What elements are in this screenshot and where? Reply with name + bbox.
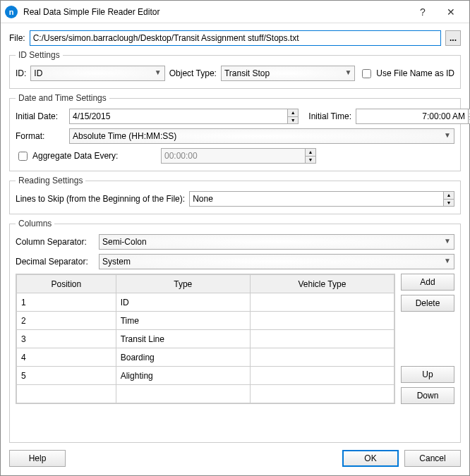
help-button[interactable]: Help	[9, 450, 66, 467]
cell-position[interactable]: 1	[17, 293, 116, 312]
object-type-select[interactable]: Transit Stop ▼	[221, 66, 355, 81]
aggregate-spinner: ▲▼	[305, 148, 316, 164]
cell-position[interactable]: 4	[17, 348, 116, 367]
cell-position[interactable]: 5	[17, 367, 116, 385]
chevron-down-icon: ▼	[444, 131, 451, 139]
use-filename-checkbox[interactable]: Use File Name as ID	[359, 67, 454, 80]
table-row[interactable]: 3 Transit Line	[17, 330, 394, 348]
close-icon[interactable]: ✕	[437, 1, 465, 23]
aggregate-input	[161, 148, 305, 164]
reading-legend: Reading Settings	[16, 176, 85, 185]
cell-position[interactable]: 2	[17, 312, 116, 330]
object-type-value: Transit Stop	[224, 68, 270, 78]
id-select-value: ID	[34, 68, 42, 78]
dialog-window: n Real Data Simple File Reader Editor ? …	[0, 0, 470, 476]
add-button[interactable]: Add	[401, 274, 454, 291]
initial-date-label: Initial Date:	[16, 111, 65, 121]
datetime-legend: Date and Time Settings	[16, 93, 109, 103]
cell-position[interactable]: 3	[17, 330, 116, 348]
decimal-separator-select[interactable]: System ▼	[99, 254, 454, 269]
date-spinner[interactable]: ▲▼	[287, 109, 299, 124]
table-row-empty[interactable]	[17, 385, 394, 403]
columns-legend: Columns	[16, 219, 54, 228]
chevron-down-icon: ▼	[444, 257, 451, 264]
table-row[interactable]: 2 Time	[17, 312, 394, 330]
cell-vehicle[interactable]	[250, 312, 394, 330]
format-select[interactable]: Absolute Time (HH:MM:SS) ▼	[69, 128, 454, 144]
cell-vehicle[interactable]	[250, 348, 394, 367]
id-select[interactable]: ID ▼	[30, 66, 164, 81]
decimal-separator-label: Decimal Separator:	[16, 257, 95, 267]
help-icon[interactable]: ?	[409, 1, 437, 23]
cell-vehicle[interactable]	[250, 293, 394, 312]
browse-button[interactable]: ...	[445, 30, 461, 46]
cell-vehicle[interactable]	[250, 330, 394, 348]
format-value: Absolute Time (HH:MM:SS)	[73, 131, 176, 141]
header-vehicle[interactable]: Vehicle Type	[250, 275, 394, 293]
decimal-separator-value: System	[102, 257, 131, 267]
table-row[interactable]: 4 Boarding	[17, 348, 394, 367]
datetime-settings-group: Date and Time Settings Initial Date: ▲▼ …	[9, 93, 461, 171]
initial-time-input[interactable]	[356, 109, 468, 124]
reading-settings-group: Reading Settings Lines to Skip (from the…	[9, 176, 461, 214]
columns-group: Columns Column Separator: Semi-Colon ▼ D…	[9, 219, 461, 443]
use-filename-label: Use File Name as ID	[376, 68, 454, 78]
lines-skip-spinner[interactable]: ▲▼	[443, 191, 454, 207]
cancel-button[interactable]: Cancel	[404, 450, 461, 467]
ok-button[interactable]: OK	[342, 450, 399, 467]
chevron-down-icon: ▼	[444, 237, 451, 245]
cell-type[interactable]: Time	[116, 312, 250, 330]
columns-table[interactable]: Position Type Vehicle Type 1 ID	[16, 274, 395, 404]
chevron-down-icon: ▼	[155, 68, 162, 76]
delete-button[interactable]: Delete	[401, 295, 454, 312]
file-path-input[interactable]	[30, 30, 441, 46]
column-separator-label: Column Separator:	[16, 237, 95, 247]
id-label: ID:	[16, 68, 26, 78]
header-type[interactable]: Type	[116, 275, 250, 293]
cell-type[interactable]: Transit Line	[116, 330, 250, 348]
aggregate-label: Aggregate Data Every:	[32, 151, 118, 161]
cell-type[interactable]: Alighting	[116, 367, 250, 385]
aggregate-checkbox[interactable]: Aggregate Data Every:	[16, 149, 157, 163]
column-separator-select[interactable]: Semi-Colon ▼	[99, 234, 454, 250]
lines-skip-input[interactable]	[189, 191, 443, 207]
app-icon: n	[5, 6, 18, 18]
lines-skip-label: Lines to Skip (from the Beginning of the…	[16, 194, 185, 204]
window-title: Real Data Simple File Reader Editor	[23, 7, 409, 17]
cell-vehicle[interactable]	[250, 367, 394, 385]
initial-date-input[interactable]	[69, 109, 287, 124]
header-position[interactable]: Position	[17, 275, 116, 293]
up-button[interactable]: Up	[401, 366, 454, 383]
cell-type[interactable]: ID	[116, 293, 250, 312]
down-button[interactable]: Down	[401, 387, 454, 404]
aggregate-check-input[interactable]	[18, 152, 28, 161]
titlebar: n Real Data Simple File Reader Editor ? …	[1, 1, 469, 23]
table-row[interactable]: 5 Alighting	[17, 367, 394, 385]
id-settings-legend: ID Settings	[16, 50, 63, 60]
table-row[interactable]: 1 ID	[17, 293, 394, 312]
file-label: File:	[9, 33, 25, 43]
id-settings-group: ID Settings ID: ID ▼ Object Type: Transi…	[9, 50, 461, 89]
use-filename-check-input[interactable]	[362, 69, 371, 78]
format-label: Format:	[16, 131, 65, 141]
object-type-label: Object Type:	[169, 68, 217, 78]
initial-time-label: Initial Time:	[308, 111, 351, 121]
column-separator-value: Semi-Colon	[102, 237, 147, 247]
chevron-down-icon: ▼	[344, 68, 351, 76]
cell-type[interactable]: Boarding	[116, 348, 250, 367]
